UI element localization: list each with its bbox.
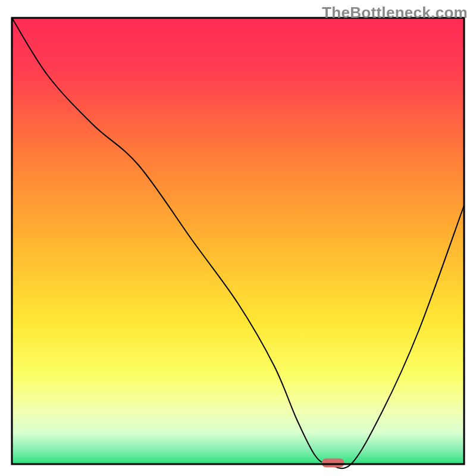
chart-canvas: [0, 0, 476, 476]
bottleneck-chart: TheBottleneck.com: [0, 0, 476, 476]
optimal-marker: [322, 459, 345, 468]
watermark-text: TheBottleneck.com: [322, 4, 468, 22]
gradient-background: [12, 18, 464, 464]
